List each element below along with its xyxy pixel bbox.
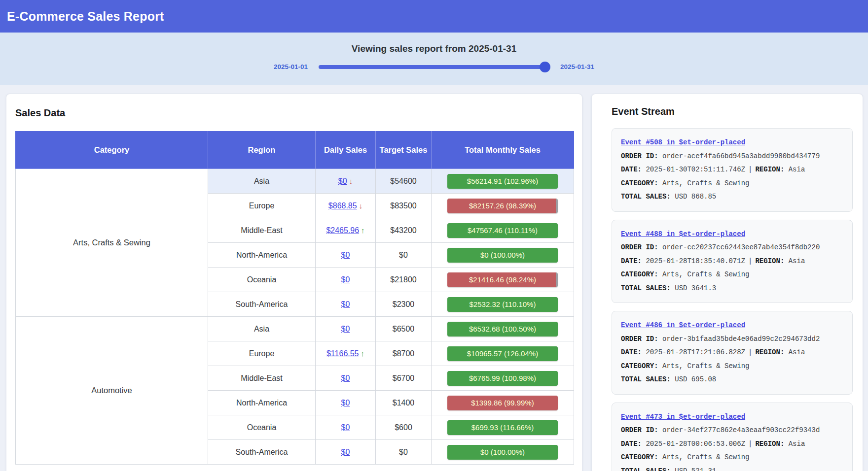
category-label: CATEGORY:	[621, 270, 658, 278]
daily-sales-link[interactable]: $0	[341, 423, 350, 432]
event-link[interactable]: Event #486 in $et-order-placed	[621, 321, 745, 329]
date-label: DATE:	[621, 166, 642, 173]
date-slider[interactable]	[319, 65, 549, 69]
monthly-sales-progress: $6532.68 (100.50%)	[447, 322, 558, 336]
sales-table: Category Region Daily Sales Target Sales…	[15, 131, 574, 465]
total-monthly-sales-cell: $0 (100.00%)	[432, 243, 574, 268]
target-sales-cell: $6500	[376, 317, 432, 341]
event-category-row: CATEGORY: Arts, Crafts & Sewing	[621, 451, 843, 465]
monthly-sales-value: $10965.57 (126.04%)	[447, 346, 558, 361]
total-monthly-sales-cell: $47567.46 (110.11%)	[432, 218, 574, 243]
date-filter-section: Viewing sales report from 2025-01-31 202…	[0, 33, 868, 85]
monthly-sales-value: $82157.26 (98.39%)	[447, 199, 558, 213]
monthly-sales-progress: $6765.99 (100.98%)	[447, 371, 558, 386]
date-slider-thumb[interactable]	[540, 62, 550, 72]
daily-sales-link[interactable]: $0	[341, 251, 350, 259]
daily-sales-link[interactable]: $0	[341, 275, 350, 284]
daily-sales-cell: $868.85↓	[316, 194, 376, 218]
event-order-id-row: ORDER ID: order-cc20237cc62443ee87ab4e35…	[621, 241, 843, 255]
daily-sales-link[interactable]: $868.85	[328, 202, 357, 210]
event-link[interactable]: Event #508 in $et-order-placed	[621, 138, 745, 146]
total-sales-label: TOTAL SALES:	[621, 375, 671, 383]
category-label: CATEGORY:	[621, 362, 658, 370]
table-row: Arts, Crafts & Sewing Asia $0↓ $54600 $5…	[16, 169, 574, 194]
region-label: REGION:	[755, 166, 784, 173]
sales-data-panel: Sales Data Category Region Daily Sales T…	[6, 94, 582, 471]
column-header-target-sales: Target Sales	[376, 132, 432, 169]
date-value: 2025-01-30T02:51:11.746Z	[646, 166, 745, 173]
column-header-total-monthly-sales: Total Monthly Sales	[432, 132, 574, 169]
daily-sales-cell: $0	[316, 317, 376, 341]
total-monthly-sales-cell: $699.93 (116.66%)	[432, 415, 574, 440]
order-id-value: order-34ef277c862e4a3eaaf903cc22f9343d	[662, 426, 820, 434]
region-value: Asia	[789, 257, 805, 265]
date-value: 2025-01-28T18:35:40.071Z	[646, 257, 745, 265]
daily-sales-link[interactable]: $1166.55	[326, 349, 359, 358]
monthly-sales-value: $6765.99 (100.98%)	[447, 371, 558, 386]
monthly-sales-progress: $1399.86 (99.99%)	[447, 396, 558, 410]
table-header-row: Category Region Daily Sales Target Sales…	[16, 132, 574, 169]
daily-sales-link[interactable]: $0	[341, 325, 350, 333]
category-cell: Arts, Crafts & Sewing	[16, 169, 208, 317]
pipe-separator: |	[745, 348, 755, 356]
daily-sales-link[interactable]: $0	[341, 448, 350, 456]
order-id-value: order-cc20237cc62443ee87ab4e354f8db220	[662, 243, 820, 251]
event-card: Event #488 in $et-order-placed ORDER ID:…	[612, 220, 853, 303]
date-label: DATE:	[621, 440, 642, 448]
monthly-sales-value: $6532.68 (100.50%)	[447, 322, 558, 336]
event-order-id-row: ORDER ID: order-3b1faad35bde4e06ad99c2c2…	[621, 333, 843, 346]
target-sales-cell: $6700	[376, 366, 432, 391]
monthly-sales-progress: $2532.32 (110.10%)	[447, 297, 558, 312]
date-value: 2025-01-28T17:21:06.828Z	[646, 348, 745, 356]
region-cell: Middle-East	[208, 366, 316, 391]
event-card: Event #486 in $et-order-placed ORDER ID:…	[612, 311, 853, 395]
event-stream-title: Event Stream	[612, 106, 853, 117]
monthly-sales-value: $0 (100.00%)	[447, 248, 558, 263]
event-link[interactable]: Event #473 in $et-order-placed	[621, 413, 745, 421]
target-sales-cell: $1400	[376, 391, 432, 415]
total-monthly-sales-cell: $10965.57 (126.04%)	[432, 341, 574, 366]
event-category-row: CATEGORY: Arts, Crafts & Sewing	[621, 268, 843, 282]
event-category-row: CATEGORY: Arts, Crafts & Sewing	[621, 360, 843, 373]
event-total-row: TOTAL SALES: USD 521.31	[621, 465, 843, 471]
category-value: Arts, Crafts & Sewing	[662, 270, 749, 278]
daily-sales-link[interactable]: $2465.96	[326, 226, 359, 235]
category-value: Arts, Crafts & Sewing	[662, 179, 749, 187]
region-label: REGION:	[755, 348, 784, 356]
pipe-separator: |	[745, 440, 755, 448]
trend-arrow-icon: ↑	[361, 349, 365, 358]
daily-sales-cell: $0	[316, 268, 376, 292]
daily-sales-cell: $1166.55↑	[316, 341, 376, 366]
region-cell: Oceania	[208, 268, 316, 292]
region-cell: South-America	[208, 292, 316, 317]
region-cell: North-America	[208, 243, 316, 268]
total-sales-value: USD 521.31	[675, 467, 716, 471]
region-cell: Europe	[208, 194, 316, 218]
daily-sales-link[interactable]: $0	[341, 300, 350, 308]
region-cell: Asia	[208, 169, 316, 194]
event-link[interactable]: Event #488 in $et-order-placed	[621, 230, 745, 238]
date-filter-title: Viewing sales report from 2025-01-31	[0, 43, 868, 54]
total-monthly-sales-cell: $82157.26 (98.39%)	[432, 194, 574, 218]
total-monthly-sales-cell: $56214.91 (102.96%)	[432, 169, 574, 194]
event-card-list: Event #508 in $et-order-placed ORDER ID:…	[612, 128, 853, 471]
daily-sales-link[interactable]: $0	[338, 177, 347, 185]
app-header: E-Commerce Sales Report	[0, 0, 868, 33]
monthly-sales-value: $0 (100.00%)	[447, 445, 558, 460]
monthly-sales-progress: $56214.91 (102.96%)	[447, 174, 558, 189]
total-sales-label: TOTAL SALES:	[621, 284, 671, 292]
category-cell: Automotive	[16, 317, 208, 465]
event-category-row: CATEGORY: Arts, Crafts & Sewing	[621, 177, 843, 191]
daily-sales-cell: $0	[316, 391, 376, 415]
region-cell: South-America	[208, 440, 316, 465]
monthly-sales-progress: $0 (100.00%)	[447, 445, 558, 460]
daily-sales-link[interactable]: $0	[341, 374, 350, 382]
daily-sales-cell: $2465.96↑	[316, 218, 376, 243]
daily-sales-link[interactable]: $0	[341, 399, 350, 407]
region-value: Asia	[789, 166, 805, 173]
total-sales-value: USD 3641.3	[675, 284, 716, 292]
monthly-sales-value: $699.93 (116.66%)	[447, 420, 558, 435]
target-sales-cell: $8700	[376, 341, 432, 366]
pipe-separator: |	[745, 166, 755, 173]
monthly-sales-progress: $699.93 (116.66%)	[447, 420, 558, 435]
